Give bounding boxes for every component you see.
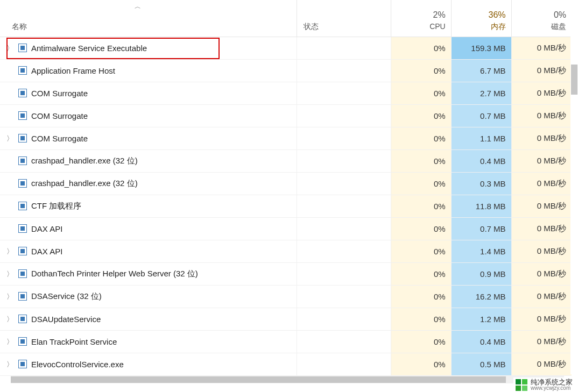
- col-header-name[interactable]: ︿ 名称: [0, 0, 297, 37]
- expander-icon[interactable]: 〉: [5, 45, 14, 52]
- cell-memory: 6.7 MB: [451, 59, 511, 82]
- expander-icon[interactable]: 〉: [5, 135, 14, 142]
- table-row[interactable]: 〉crashpad_handler.exe (32 位)0%0.4 MB0 MB…: [0, 149, 572, 172]
- process-name: crashpad_handler.exe (32 位): [31, 156, 138, 166]
- cell-disk: 0 MB/秒: [511, 127, 572, 149]
- cell-cpu: 0%: [391, 104, 451, 127]
- cell-name[interactable]: 〉ElevocControlService.exe: [0, 353, 297, 375]
- cell-disk: 0 MB/秒: [511, 172, 572, 195]
- process-icon: [18, 111, 27, 120]
- process-icon: [18, 247, 27, 255]
- cell-name[interactable]: 〉Elan TrackPoint Service: [0, 330, 297, 353]
- expander-icon[interactable]: 〉: [5, 316, 14, 323]
- cell-disk: 0 MB/秒: [511, 285, 572, 308]
- cell-name[interactable]: 〉DothanTech Printer Helper Web Server (3…: [0, 262, 297, 285]
- table-row[interactable]: 〉COM Surrogate0%0.7 MB0 MB/秒: [0, 104, 572, 127]
- process-name: Elan TrackPoint Service: [31, 337, 117, 346]
- process-name: COM Surrogate: [31, 111, 88, 120]
- table-row[interactable]: 〉COM Surrogate0%1.1 MB0 MB/秒: [0, 127, 572, 149]
- cell-status: [297, 104, 391, 127]
- col-header-cpu[interactable]: 2% CPU: [391, 0, 451, 37]
- expander-icon[interactable]: 〉: [5, 270, 14, 277]
- cell-memory: 0.5 MB: [451, 353, 511, 375]
- table-row[interactable]: 〉COM Surrogate0%2.7 MB0 MB/秒: [0, 82, 572, 104]
- cell-name[interactable]: 〉COM Surrogate: [0, 82, 297, 104]
- cell-cpu: 0%: [391, 217, 451, 240]
- cell-name[interactable]: 〉COM Surrogate: [0, 104, 297, 127]
- table-row[interactable]: 〉DSAUpdateService0%1.2 MB0 MB/秒: [0, 308, 572, 330]
- cell-cpu: 0%: [391, 285, 451, 308]
- cell-disk: 0 MB/秒: [511, 217, 572, 240]
- cell-name[interactable]: 〉crashpad_handler.exe (32 位): [0, 149, 297, 172]
- watermark-logo-icon: [516, 379, 527, 391]
- cpu-pct: 2%: [397, 10, 446, 21]
- cell-disk: 0 MB/秒: [511, 353, 572, 375]
- cell-memory: 159.3 MB: [451, 37, 511, 59]
- vertical-scrollbar-thumb[interactable]: [571, 65, 577, 95]
- table-row[interactable]: 〉Antimalware Service Executable0%159.3 M…: [0, 37, 572, 59]
- cell-name[interactable]: 〉DAX API: [0, 240, 297, 262]
- cell-name[interactable]: 〉Antimalware Service Executable: [0, 37, 297, 59]
- cell-cpu: 0%: [391, 195, 451, 217]
- cell-status: [297, 172, 391, 195]
- cell-status: [297, 37, 391, 59]
- mem-pct: 36%: [457, 10, 506, 21]
- table-row[interactable]: 〉DSAService (32 位)0%16.2 MB0 MB/秒: [0, 285, 572, 308]
- cell-disk: 0 MB/秒: [511, 149, 572, 172]
- cell-disk: 0 MB/秒: [511, 330, 572, 353]
- cell-name[interactable]: 〉crashpad_handler.exe (32 位): [0, 172, 297, 195]
- cell-status: [297, 262, 391, 285]
- col-header-memory[interactable]: 36% 内存: [451, 0, 511, 37]
- cell-cpu: 0%: [391, 308, 451, 330]
- cell-cpu: 0%: [391, 82, 451, 104]
- cell-name[interactable]: 〉Application Frame Host: [0, 59, 297, 82]
- sort-caret-icon: ︿: [135, 2, 141, 11]
- table-row[interactable]: 〉Elan TrackPoint Service0%0.4 MB0 MB/秒: [0, 330, 572, 353]
- process-name: DSAService (32 位): [31, 291, 102, 302]
- cell-name[interactable]: 〉COM Surrogate: [0, 127, 297, 149]
- cell-name[interactable]: 〉DAX API: [0, 217, 297, 240]
- cell-memory: 1.2 MB: [451, 308, 511, 330]
- cell-cpu: 0%: [391, 353, 451, 375]
- watermark: 纯净系统之家 www.ycwjzy.com: [513, 377, 575, 392]
- cell-status: [297, 240, 391, 262]
- table-row[interactable]: 〉crashpad_handler.exe (32 位)0%0.3 MB0 MB…: [0, 172, 572, 195]
- col-name-label: 名称: [12, 22, 27, 31]
- col-header-disk[interactable]: 0% 磁盘: [511, 0, 572, 37]
- cell-name[interactable]: 〉DSAUpdateService: [0, 308, 297, 330]
- table-row[interactable]: 〉ElevocControlService.exe0%0.5 MB0 MB/秒: [0, 353, 572, 375]
- process-icon: [18, 134, 27, 142]
- expander-icon[interactable]: 〉: [5, 361, 14, 368]
- cell-name[interactable]: 〉DSAService (32 位): [0, 285, 297, 308]
- table-row[interactable]: 〉CTF 加载程序0%11.8 MB0 MB/秒: [0, 195, 572, 217]
- process-name: Application Frame Host: [31, 66, 115, 75]
- col-status-label: 状态: [304, 22, 319, 31]
- cell-status: [297, 330, 391, 353]
- process-name: DAX API: [31, 247, 62, 256]
- process-table: ︿ 名称 状态 2% CPU 36% 内存 0% 磁盘 〉Antimalware…: [0, 0, 572, 376]
- table-row[interactable]: 〉DothanTech Printer Helper Web Server (3…: [0, 262, 572, 285]
- disk-pct: 0%: [517, 10, 566, 21]
- process-name: COM Surrogate: [31, 89, 88, 98]
- expander-icon[interactable]: 〉: [5, 338, 14, 345]
- cell-name[interactable]: 〉CTF 加载程序: [0, 195, 297, 217]
- table-row[interactable]: 〉DAX API0%1.4 MB0 MB/秒: [0, 240, 572, 262]
- expander-icon[interactable]: 〉: [5, 248, 14, 255]
- horizontal-scrollbar-thumb[interactable]: [11, 376, 506, 383]
- cell-disk: 0 MB/秒: [511, 104, 572, 127]
- cell-disk: 0 MB/秒: [511, 308, 572, 330]
- table-header-row: ︿ 名称 状态 2% CPU 36% 内存 0% 磁盘: [0, 0, 572, 37]
- table-row[interactable]: 〉DAX API0%0.7 MB0 MB/秒: [0, 217, 572, 240]
- process-icon: [18, 202, 27, 210]
- expander-icon[interactable]: 〉: [5, 293, 14, 300]
- process-icon: [18, 292, 27, 301]
- cell-disk: 0 MB/秒: [511, 240, 572, 262]
- cell-cpu: 0%: [391, 240, 451, 262]
- col-header-status[interactable]: 状态: [297, 0, 391, 37]
- vertical-scrollbar[interactable]: [570, 0, 578, 374]
- horizontal-scrollbar[interactable]: [11, 376, 564, 383]
- process-icon: [18, 66, 27, 75]
- process-name: Antimalware Service Executable: [31, 44, 147, 53]
- table-row[interactable]: 〉Application Frame Host0%6.7 MB0 MB/秒: [0, 59, 572, 82]
- process-name: COM Surrogate: [31, 134, 88, 143]
